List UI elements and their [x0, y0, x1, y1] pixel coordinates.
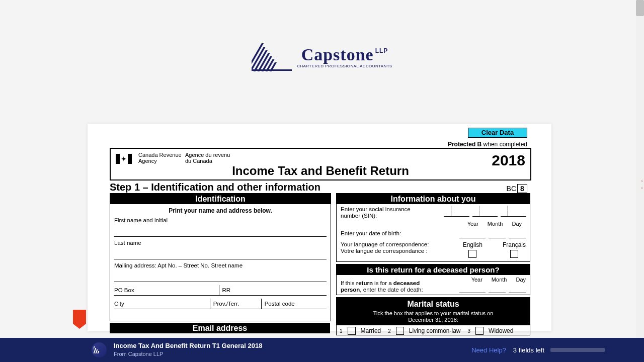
- marital-married-label: Married: [361, 327, 381, 334]
- cra-english: Canada RevenueAgency: [138, 152, 182, 164]
- form-title: Income Tax and Benefit Return: [111, 164, 530, 178]
- first-name-field[interactable]: [114, 226, 327, 237]
- marital-heading: Marital status Tick the box that applies…: [337, 298, 530, 325]
- svg-rect-10: [95, 349, 98, 353]
- cra-french: Agence du revenudu Canada: [185, 152, 230, 164]
- death-date-field[interactable]: [459, 283, 526, 293]
- protected-b-label: Protected B when completed: [448, 141, 527, 148]
- capstone-logo-icon: [252, 43, 292, 71]
- form-header: Canada RevenueAgency Agence du revenudu …: [110, 148, 531, 180]
- marital-widowed-label: Widowed: [489, 327, 513, 334]
- language-label: Your language of correspondence:Votre la…: [341, 241, 463, 258]
- print-name-instruction: Print your name and address below.: [110, 207, 331, 214]
- marital-common-law-checkbox[interactable]: [396, 327, 404, 335]
- sin-label: Enter your social insurancenumber (SIN):: [341, 206, 444, 219]
- logo-tagline: CHARTERED PROFESSIONAL ACCOUNTANTS: [297, 64, 392, 68]
- marital-common-law-label: Living common-law: [409, 327, 461, 334]
- deceased-text: If this return is for a deceasedperson, …: [341, 280, 459, 293]
- svg-rect-7: [252, 69, 292, 71]
- logo-area: CapstoneLLP CHARTERED PROFESSIONAL ACCOU…: [0, 0, 644, 73]
- canada-flag-icon: [116, 154, 132, 164]
- province-code: BC8: [507, 184, 527, 193]
- clear-data-button[interactable]: Clear Data: [468, 128, 527, 138]
- side-markers: ‹‹: [641, 177, 643, 191]
- last-name-label: Last name: [114, 240, 327, 246]
- logo-brand: Capstone: [301, 45, 374, 64]
- dob-label: Enter your date of birth:: [341, 230, 401, 236]
- identification-heading: Identification: [110, 194, 331, 204]
- info-heading: Information about you: [337, 194, 530, 204]
- po-box-field[interactable]: PO Box: [114, 285, 219, 296]
- lang-french-option[interactable]: Français: [503, 241, 526, 258]
- progress-bar: [550, 348, 605, 352]
- logo-llp: LLP: [375, 47, 388, 54]
- identification-panel: Identification Print your name and addre…: [110, 193, 331, 321]
- city-field[interactable]: City: [114, 299, 210, 309]
- toolbar-doc-title: Income Tax And Benefit Return T1 General…: [114, 342, 262, 350]
- dob-headers: YearMonthDay: [341, 221, 526, 227]
- lang-english-option[interactable]: English: [463, 241, 482, 258]
- email-panel: Email address: [110, 323, 330, 332]
- death-date-headers: YearMonthDay: [459, 277, 526, 283]
- deceased-heading: Is this return for a deceased person?: [337, 264, 530, 275]
- deceased-panel: Is this return for a deceased person? If…: [336, 264, 530, 295]
- fields-left-label: 3 fields left: [513, 346, 544, 354]
- dob-field[interactable]: [459, 228, 526, 238]
- marital-status-panel: Marital status Tick the box that applies…: [336, 297, 530, 335]
- postal-code-field[interactable]: Postal code: [261, 299, 327, 309]
- toolbar-logo-icon: [92, 342, 107, 357]
- marital-widowed-checkbox[interactable]: [475, 327, 484, 335]
- bookmark-flag-icon[interactable]: [73, 310, 86, 324]
- prov-terr-field[interactable]: Prov./Terr.: [210, 299, 261, 309]
- need-help-link[interactable]: Need Help?: [471, 346, 506, 354]
- first-name-label: First name and initial: [114, 217, 327, 223]
- svg-rect-11: [97, 351, 99, 353]
- marital-married-checkbox[interactable]: [348, 327, 356, 335]
- email-heading: Email address: [110, 323, 330, 333]
- sin-field[interactable]: [444, 206, 526, 219]
- rr-field[interactable]: RR: [219, 285, 327, 296]
- bottom-toolbar: Income Tax And Benefit Return T1 General…: [0, 338, 644, 362]
- mailing-address-field[interactable]: [114, 272, 327, 282]
- scroll-thumb[interactable]: [636, 0, 644, 16]
- last-name-field[interactable]: [114, 249, 327, 259]
- step-1-heading: Step 1 – Identification and other inform…: [110, 182, 320, 193]
- toolbar-doc-source: From Capstone LLP: [114, 350, 262, 358]
- mailing-address-label: Mailing address: Apt No. – Street No. St…: [114, 262, 327, 268]
- info-about-you-panel: Information about you Enter your social …: [336, 193, 530, 262]
- document-page: Clear Data Protected B when completed Ca…: [88, 124, 551, 331]
